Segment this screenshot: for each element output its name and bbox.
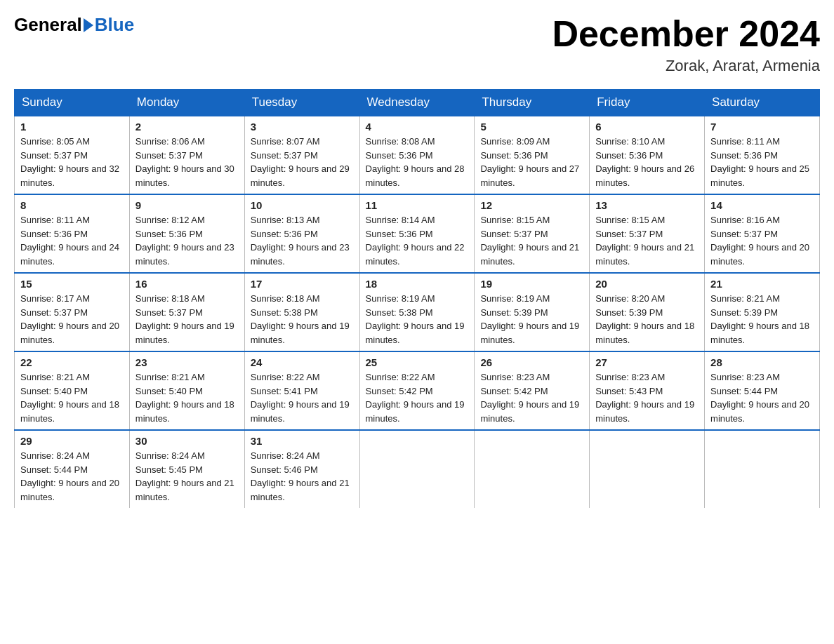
day-info: Sunrise: 8:10 AMSunset: 5:36 PMDaylight:… xyxy=(595,136,694,188)
day-number: 31 xyxy=(251,435,354,447)
logo-blue: Blue xyxy=(95,14,134,36)
day-number: 13 xyxy=(595,199,699,211)
calendar-cell: 26Sunrise: 8:23 AMSunset: 5:42 PMDayligh… xyxy=(475,351,590,430)
week-row-2: 8Sunrise: 8:11 AMSunset: 5:36 PMDaylight… xyxy=(15,194,820,273)
day-number: 20 xyxy=(595,278,699,290)
calendar-cell: 11Sunrise: 8:14 AMSunset: 5:36 PMDayligh… xyxy=(359,194,475,273)
week-row-3: 15Sunrise: 8:17 AMSunset: 5:37 PMDayligh… xyxy=(15,273,820,351)
day-number: 30 xyxy=(135,435,239,447)
location: Zorak, Ararat, Armenia xyxy=(552,57,820,75)
day-number: 9 xyxy=(135,199,239,211)
day-info: Sunrise: 8:12 AMSunset: 5:36 PMDaylight:… xyxy=(135,215,234,267)
calendar-cell: 2Sunrise: 8:06 AMSunset: 5:37 PMDaylight… xyxy=(129,116,244,194)
day-info: Sunrise: 8:23 AMSunset: 5:44 PMDaylight:… xyxy=(710,372,809,424)
day-info: Sunrise: 8:23 AMSunset: 5:42 PMDaylight:… xyxy=(480,372,579,424)
day-number: 29 xyxy=(20,435,124,447)
day-info: Sunrise: 8:24 AMSunset: 5:45 PMDaylight:… xyxy=(135,450,234,502)
calendar-cell: 22Sunrise: 8:21 AMSunset: 5:40 PMDayligh… xyxy=(15,351,130,430)
day-number: 7 xyxy=(710,121,814,133)
day-info: Sunrise: 8:13 AMSunset: 5:36 PMDaylight:… xyxy=(251,215,350,267)
logo-triangle-icon xyxy=(84,18,93,32)
calendar-cell: 14Sunrise: 8:16 AMSunset: 5:37 PMDayligh… xyxy=(705,194,820,273)
day-info: Sunrise: 8:18 AMSunset: 5:38 PMDaylight:… xyxy=(251,293,350,345)
day-info: Sunrise: 8:06 AMSunset: 5:37 PMDaylight:… xyxy=(135,136,234,188)
weekday-wednesday: Wednesday xyxy=(359,90,475,116)
day-number: 4 xyxy=(366,121,469,133)
calendar-cell xyxy=(705,430,820,508)
calendar-cell: 7Sunrise: 8:11 AMSunset: 5:36 PMDaylight… xyxy=(705,116,820,194)
day-number: 1 xyxy=(20,121,124,133)
logo-general: General xyxy=(14,14,82,36)
day-number: 27 xyxy=(595,356,699,368)
day-info: Sunrise: 8:16 AMSunset: 5:37 PMDaylight:… xyxy=(710,215,809,267)
calendar-header: SundayMondayTuesdayWednesdayThursdayFrid… xyxy=(15,90,820,116)
calendar-cell: 10Sunrise: 8:13 AMSunset: 5:36 PMDayligh… xyxy=(244,194,359,273)
day-info: Sunrise: 8:19 AMSunset: 5:38 PMDaylight:… xyxy=(366,293,465,345)
calendar-cell: 17Sunrise: 8:18 AMSunset: 5:38 PMDayligh… xyxy=(244,273,359,351)
calendar-cell: 20Sunrise: 8:20 AMSunset: 5:39 PMDayligh… xyxy=(590,273,705,351)
page-header: General Blue December 2024 Zorak, Ararat… xyxy=(14,14,820,75)
calendar-cell: 23Sunrise: 8:21 AMSunset: 5:40 PMDayligh… xyxy=(129,351,244,430)
calendar-cell: 5Sunrise: 8:09 AMSunset: 5:36 PMDaylight… xyxy=(475,116,590,194)
day-number: 10 xyxy=(251,199,354,211)
calendar-cell: 6Sunrise: 8:10 AMSunset: 5:36 PMDaylight… xyxy=(590,116,705,194)
calendar-cell: 31Sunrise: 8:24 AMSunset: 5:46 PMDayligh… xyxy=(244,430,359,508)
day-number: 12 xyxy=(480,199,583,211)
calendar-cell xyxy=(475,430,590,508)
day-info: Sunrise: 8:08 AMSunset: 5:36 PMDaylight:… xyxy=(366,136,465,188)
day-info: Sunrise: 8:23 AMSunset: 5:43 PMDaylight:… xyxy=(595,372,694,424)
calendar-cell xyxy=(359,430,475,508)
calendar-cell: 21Sunrise: 8:21 AMSunset: 5:39 PMDayligh… xyxy=(705,273,820,351)
day-info: Sunrise: 8:22 AMSunset: 5:41 PMDaylight:… xyxy=(251,372,350,424)
calendar-cell: 3Sunrise: 8:07 AMSunset: 5:37 PMDaylight… xyxy=(244,116,359,194)
calendar-body: 1Sunrise: 8:05 AMSunset: 5:37 PMDaylight… xyxy=(15,116,820,508)
day-info: Sunrise: 8:19 AMSunset: 5:39 PMDaylight:… xyxy=(480,293,579,345)
day-number: 28 xyxy=(710,356,814,368)
calendar-cell: 16Sunrise: 8:18 AMSunset: 5:37 PMDayligh… xyxy=(129,273,244,351)
day-info: Sunrise: 8:07 AMSunset: 5:37 PMDaylight:… xyxy=(251,136,350,188)
day-number: 18 xyxy=(366,278,469,290)
day-info: Sunrise: 8:22 AMSunset: 5:42 PMDaylight:… xyxy=(366,372,465,424)
day-number: 19 xyxy=(480,278,583,290)
calendar-cell: 8Sunrise: 8:11 AMSunset: 5:36 PMDaylight… xyxy=(15,194,130,273)
day-info: Sunrise: 8:15 AMSunset: 5:37 PMDaylight:… xyxy=(480,215,579,267)
day-info: Sunrise: 8:20 AMSunset: 5:39 PMDaylight:… xyxy=(595,293,694,345)
calendar-table: SundayMondayTuesdayWednesdayThursdayFrid… xyxy=(14,89,820,508)
weekday-monday: Monday xyxy=(129,90,244,116)
day-info: Sunrise: 8:21 AMSunset: 5:40 PMDaylight:… xyxy=(135,372,234,424)
day-info: Sunrise: 8:11 AMSunset: 5:36 PMDaylight:… xyxy=(710,136,809,188)
day-number: 17 xyxy=(251,278,354,290)
title-section: December 2024 Zorak, Ararat, Armenia xyxy=(552,14,820,75)
calendar-cell: 27Sunrise: 8:23 AMSunset: 5:43 PMDayligh… xyxy=(590,351,705,430)
week-row-4: 22Sunrise: 8:21 AMSunset: 5:40 PMDayligh… xyxy=(15,351,820,430)
day-number: 8 xyxy=(20,199,124,211)
calendar-cell: 13Sunrise: 8:15 AMSunset: 5:37 PMDayligh… xyxy=(590,194,705,273)
weekday-thursday: Thursday xyxy=(475,90,590,116)
day-number: 5 xyxy=(480,121,583,133)
calendar-cell: 29Sunrise: 8:24 AMSunset: 5:44 PMDayligh… xyxy=(15,430,130,508)
day-number: 16 xyxy=(135,278,239,290)
day-number: 6 xyxy=(595,121,699,133)
weekday-row: SundayMondayTuesdayWednesdayThursdayFrid… xyxy=(15,90,820,116)
day-info: Sunrise: 8:15 AMSunset: 5:37 PMDaylight:… xyxy=(595,215,694,267)
day-info: Sunrise: 8:09 AMSunset: 5:36 PMDaylight:… xyxy=(480,136,579,188)
day-info: Sunrise: 8:21 AMSunset: 5:39 PMDaylight:… xyxy=(710,293,809,345)
logo: General Blue xyxy=(14,14,134,36)
week-row-1: 1Sunrise: 8:05 AMSunset: 5:37 PMDaylight… xyxy=(15,116,820,194)
day-number: 26 xyxy=(480,356,583,368)
day-info: Sunrise: 8:18 AMSunset: 5:37 PMDaylight:… xyxy=(135,293,234,345)
day-number: 2 xyxy=(135,121,239,133)
weekday-sunday: Sunday xyxy=(15,90,130,116)
calendar-cell xyxy=(590,430,705,508)
weekday-friday: Friday xyxy=(590,90,705,116)
calendar-cell: 28Sunrise: 8:23 AMSunset: 5:44 PMDayligh… xyxy=(705,351,820,430)
day-info: Sunrise: 8:14 AMSunset: 5:36 PMDaylight:… xyxy=(366,215,465,267)
day-info: Sunrise: 8:24 AMSunset: 5:44 PMDaylight:… xyxy=(20,450,119,502)
calendar-cell: 1Sunrise: 8:05 AMSunset: 5:37 PMDaylight… xyxy=(15,116,130,194)
day-info: Sunrise: 8:21 AMSunset: 5:40 PMDaylight:… xyxy=(20,372,119,424)
day-number: 15 xyxy=(20,278,124,290)
day-number: 3 xyxy=(251,121,354,133)
calendar-cell: 30Sunrise: 8:24 AMSunset: 5:45 PMDayligh… xyxy=(129,430,244,508)
day-info: Sunrise: 8:24 AMSunset: 5:46 PMDaylight:… xyxy=(251,450,350,502)
day-number: 11 xyxy=(366,199,469,211)
